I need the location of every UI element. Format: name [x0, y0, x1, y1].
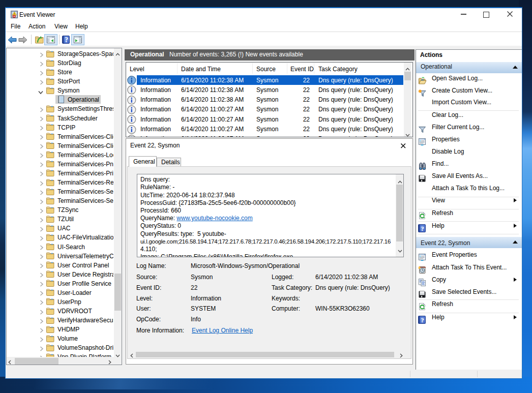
svg-text:?: ? — [421, 316, 424, 323]
svg-text:?: ? — [421, 225, 424, 232]
svg-text:?: ? — [65, 36, 68, 44]
